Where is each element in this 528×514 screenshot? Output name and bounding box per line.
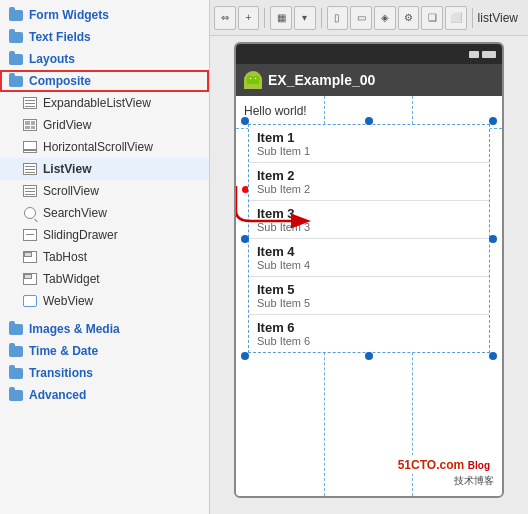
sidebar-item-label: HorizontalScrollView — [43, 140, 153, 154]
phone-title-bar: EX_Example_00 — [236, 64, 502, 96]
sidebar-item-label: Advanced — [29, 388, 86, 402]
folder-icon — [8, 321, 24, 337]
sidebar-item-label: WebView — [43, 294, 93, 308]
sidebar-item-composite[interactable]: Composite — [0, 70, 209, 92]
sidebar-item-label: SearchView — [43, 206, 107, 220]
sidebar-item-search-view[interactable]: SearchView — [0, 202, 209, 224]
list-item-sub: Sub Item 4 — [257, 259, 481, 271]
sidebar-item-tab-widget[interactable]: TabWidget — [0, 268, 209, 290]
sidebar-item-form-widgets[interactable]: Form Widgets — [0, 4, 209, 26]
toolbar-component-label: listView — [478, 11, 524, 25]
main-area: ⇔ + ▦ ▾ ▯ ▭ ◈ ⚙ ❑ ⬜ listView — [210, 0, 528, 514]
grid-view-icon — [22, 117, 38, 133]
sidebar-item-label: ExpandableListView — [43, 96, 151, 110]
portrait-button[interactable]: ▯ — [327, 6, 349, 30]
list-item-title: Item 4 — [257, 244, 481, 259]
layout-button[interactable]: ▦ — [270, 6, 292, 30]
landscape-button[interactable]: ▭ — [350, 6, 372, 30]
list-item-title: Item 2 — [257, 168, 481, 183]
render-button[interactable]: ⬜ — [445, 6, 467, 30]
handle-mr — [489, 235, 497, 243]
watermark-text: 51CTO.com — [398, 458, 464, 472]
toolbar-separator-3 — [472, 8, 473, 28]
list-item: Item 3 Sub Item 3 — [249, 201, 489, 239]
sidebar-item-scroll-view[interactable]: ScrollView — [0, 180, 209, 202]
list-view-icon — [22, 95, 38, 111]
svg-rect-2 — [247, 78, 259, 84]
list-item-sub: Sub Item 3 — [257, 221, 481, 233]
zoom-in-button[interactable]: + — [238, 6, 260, 30]
list-icon — [22, 161, 38, 177]
list-item-title: Item 3 — [257, 206, 481, 221]
sidebar-item-label: ListView — [43, 162, 91, 176]
sliding-drawer-icon — [22, 227, 38, 243]
list-item-sub: Sub Item 6 — [257, 335, 481, 347]
sidebar-item-list-view[interactable]: ListView — [0, 158, 209, 180]
listview-container[interactable]: Item 1 Sub Item 1 Item 2 Sub Item 2 Item… — [248, 124, 490, 353]
sidebar-item-label: SlidingDrawer — [43, 228, 118, 242]
sidebar-item-text-fields[interactable]: Text Fields — [0, 26, 209, 48]
folder-icon — [8, 387, 24, 403]
folder-icon — [8, 343, 24, 359]
app-title: EX_Example_00 — [268, 72, 375, 88]
folder-icon — [8, 73, 24, 89]
sidebar-item-label: Images & Media — [29, 322, 120, 336]
folder-icon — [8, 29, 24, 45]
list-item-sub: Sub Item 1 — [257, 145, 481, 157]
sidebar-item-time-date[interactable]: Time & Date — [0, 340, 209, 362]
sidebar: Form Widgets Text Fields Layouts Composi… — [0, 0, 210, 514]
sidebar-item-label: TabHost — [43, 250, 87, 264]
sidebar-item-tab-host[interactable]: TabHost — [0, 246, 209, 268]
theme-button[interactable]: ◈ — [374, 6, 396, 30]
handle-ml — [241, 235, 249, 243]
folder-icon — [8, 51, 24, 67]
svg-point-4 — [255, 78, 257, 80]
sidebar-item-web-view[interactable]: WebView — [0, 290, 209, 312]
sidebar-section-widgets: Form Widgets Text Fields Layouts Composi… — [0, 2, 209, 408]
handle-bl — [241, 352, 249, 360]
list-item: Item 6 Sub Item 6 — [249, 315, 489, 352]
list-item: Item 2 Sub Item 2 — [249, 163, 489, 201]
sidebar-item-images-media[interactable]: Images & Media — [0, 318, 209, 340]
scroll-view-icon — [22, 183, 38, 199]
sidebar-item-horizontal-scroll-view[interactable]: HorizontalScrollView — [0, 136, 209, 158]
sidebar-item-label: Layouts — [29, 52, 75, 66]
search-icon — [22, 205, 38, 221]
sidebar-item-sliding-drawer[interactable]: SlidingDrawer — [0, 224, 209, 246]
list-item-title: Item 6 — [257, 320, 481, 335]
folder-icon — [8, 365, 24, 381]
config-button[interactable]: ⚙ — [398, 6, 420, 30]
sidebar-item-label: Form Widgets — [29, 8, 109, 22]
sidebar-item-label: ScrollView — [43, 184, 99, 198]
sidebar-item-expandable-list-view[interactable]: ExpandableListView — [0, 92, 209, 114]
toolbar-separator-2 — [321, 8, 322, 28]
sidebar-item-label: Composite — [29, 74, 91, 88]
list-item: Item 4 Sub Item 4 — [249, 239, 489, 277]
phone-frame: EX_Example_00 Hello world! — [234, 42, 504, 498]
tab-widget-icon — [22, 271, 38, 287]
list-item-title: Item 5 — [257, 282, 481, 297]
toolbar: ⇔ + ▦ ▾ ▯ ▭ ◈ ⚙ ❑ ⬜ listView — [210, 0, 528, 36]
folder-icon — [8, 7, 24, 23]
sidebar-item-layouts[interactable]: Layouts — [0, 48, 209, 70]
zoom-fit-button[interactable]: ⇔ — [214, 6, 236, 30]
web-view-icon — [22, 293, 38, 309]
api-button[interactable]: ❑ — [421, 6, 443, 30]
layout-dropdown[interactable]: ▾ — [294, 6, 316, 30]
signal-icon — [469, 51, 479, 58]
list-item-sub: Sub Item 2 — [257, 183, 481, 195]
list-item: Item 1 Sub Item 1 — [249, 125, 489, 163]
android-icon — [244, 71, 262, 89]
sidebar-item-label: GridView — [43, 118, 91, 132]
hello-world-text: Hello world! — [236, 100, 502, 124]
svg-point-3 — [250, 78, 252, 80]
tab-host-icon — [22, 249, 38, 265]
watermark-container: 51CTO.com Blog 技术博客 — [394, 455, 494, 488]
handle-bc — [365, 352, 373, 360]
sidebar-item-grid-view[interactable]: GridView — [0, 114, 209, 136]
sidebar-item-advanced[interactable]: Advanced — [0, 384, 209, 406]
sidebar-item-transitions[interactable]: Transitions — [0, 362, 209, 384]
preview-area: EX_Example_00 Hello world! — [210, 36, 528, 514]
list-item-title: Item 1 — [257, 130, 481, 145]
watermark-sub: 技术博客 — [394, 474, 494, 488]
